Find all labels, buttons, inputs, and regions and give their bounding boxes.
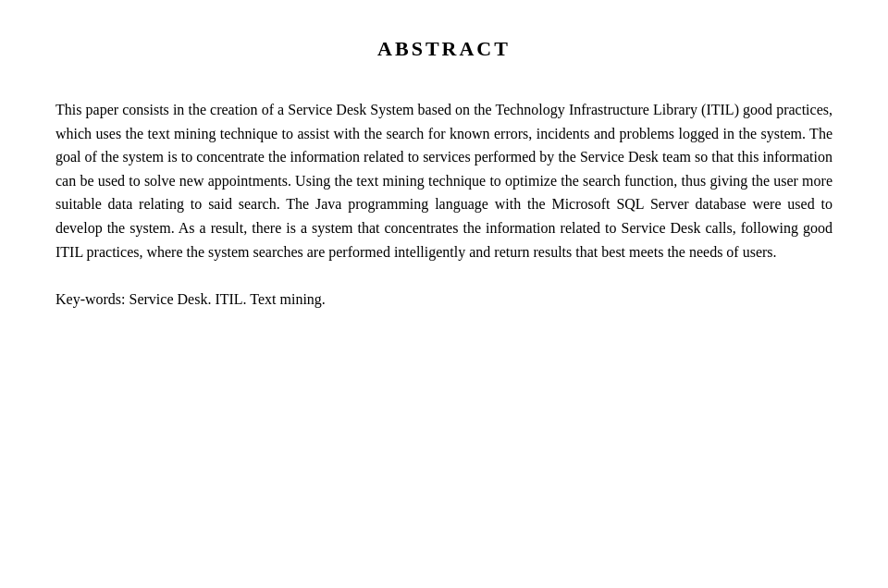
abstract-body: This paper consists in the creation of a… [56, 98, 832, 263]
page-container: ABSTRACT This paper consists in the crea… [56, 37, 832, 308]
keywords-text: Key-words: Service Desk. ITIL. Text mini… [56, 291, 326, 307]
keywords-section: Key-words: Service Desk. ITIL. Text mini… [56, 291, 832, 308]
abstract-title: ABSTRACT [56, 37, 832, 61]
paragraph-1: This paper consists in the creation of a… [56, 98, 832, 263]
